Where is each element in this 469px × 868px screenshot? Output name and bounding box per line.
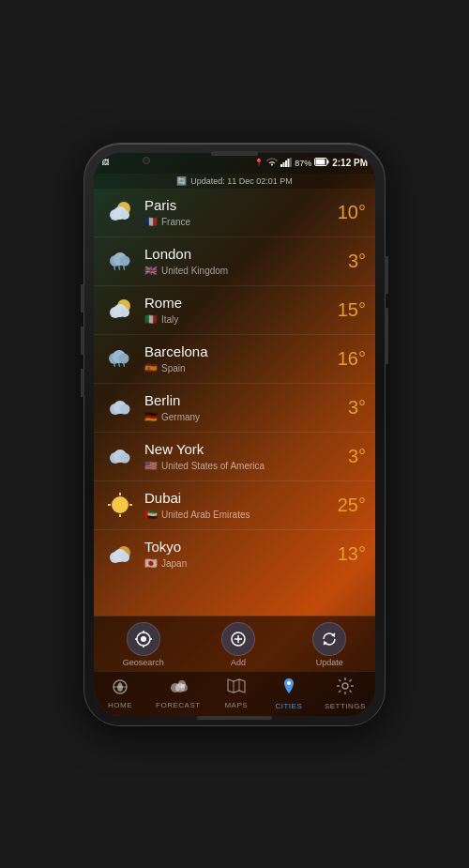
update-label: Update (316, 658, 343, 667)
signal-icon (280, 158, 292, 169)
nav-forecast[interactable]: FORECAST (152, 678, 204, 709)
svg-rect-17 (123, 266, 125, 270)
volume-down-button (385, 308, 388, 364)
wifi-icon (266, 158, 278, 169)
city-info-london: London 🇬🇧 United Kingdom (137, 246, 348, 277)
temp-dubai: 25° (338, 495, 366, 516)
city-info-rome: Rome 🇮🇹 Italy (137, 295, 338, 326)
svg-rect-0 (280, 164, 282, 167)
status-bar: 🖼 📍 (94, 153, 375, 174)
country-name-berlin: Germany (161, 412, 200, 422)
city-item-dubai[interactable]: Dubai 🇦🇪 United Arab Emirates 25° (94, 481, 375, 530)
flag-berlin: 🇩🇪 (144, 411, 158, 423)
geosearch-action[interactable]: Geosearch (123, 622, 164, 667)
geosearch-button[interactable] (127, 622, 160, 656)
city-item-london[interactable]: London 🇬🇧 United Kingdom 3° (94, 237, 375, 286)
city-info-tokyo: Tokyo 🇯🇵 Japan (137, 539, 338, 570)
cities-nav-label: CITIES (275, 702, 302, 710)
flag-tokyo: 🇯🇵 (144, 557, 158, 570)
speaker-grille (211, 151, 258, 156)
add-action[interactable]: Add (221, 622, 255, 667)
front-camera (143, 157, 150, 164)
flag-dubai: 🇦🇪 (144, 509, 158, 521)
forecast-nav-label: FORECAST (156, 701, 201, 709)
cities-icon (280, 677, 298, 700)
svg-rect-4 (290, 158, 292, 167)
weather-icon-rome (103, 293, 137, 327)
update-text: Updated: 11 Dec 02:01 PM (190, 176, 293, 186)
nav-maps[interactable]: MAPS (216, 678, 257, 709)
update-icon: 🔄 (176, 176, 187, 186)
svg-rect-16 (118, 266, 120, 270)
svg-point-44 (141, 636, 146, 642)
screenshot-icon: 🖼 (101, 159, 109, 167)
weather-icon-berlin (103, 390, 137, 424)
forecast-icon (168, 678, 189, 699)
svg-point-33 (120, 453, 130, 464)
flag-paris: 🇫🇷 (144, 216, 158, 228)
svg-point-34 (112, 496, 129, 513)
city-name-newyork: New York (144, 441, 348, 458)
weather-icon-newyork (103, 439, 137, 473)
nav-home[interactable]: HOME (99, 678, 141, 709)
city-item-berlin[interactable]: Berlin 🇩🇪 Germany 3° (94, 384, 375, 433)
temp-rome: 15° (338, 299, 366, 321)
city-country-newyork: 🇺🇸 United States of America (144, 460, 348, 472)
location-icon: 📍 (254, 159, 264, 167)
country-name-dubai: United Arab Emirates (161, 510, 250, 520)
bottom-nav: HOME FORECAST (94, 671, 375, 716)
flag-barcelona: 🇪🇸 (144, 362, 158, 374)
weather-icon-tokyo (103, 538, 137, 571)
svg-marker-60 (228, 679, 245, 693)
svg-point-59 (180, 684, 188, 692)
country-name-tokyo: Japan (161, 558, 187, 569)
city-country-barcelona: 🇪🇸 Spain (144, 362, 338, 374)
flag-rome: 🇮🇹 (144, 313, 158, 326)
nav-settings[interactable]: SETTINGS (321, 677, 370, 710)
city-country-tokyo: 🇯🇵 Japan (144, 557, 338, 570)
power-button (385, 256, 388, 294)
update-button[interactable] (312, 622, 346, 656)
city-item-barcelona[interactable]: Barcelona 🇪🇸 Spain 16° (94, 335, 375, 384)
nav-cities[interactable]: CITIES (268, 677, 310, 710)
city-name-tokyo: Tokyo (144, 539, 338, 556)
city-item-newyork[interactable]: New York 🇺🇸 United States of America 3° (94, 433, 375, 481)
svg-point-64 (342, 683, 348, 689)
svg-point-11 (120, 210, 129, 220)
phone-device: 🖼 📍 (84, 144, 385, 725)
country-name-london: United Kingdom (161, 266, 228, 276)
city-info-newyork: New York 🇺🇸 United States of America (137, 441, 348, 472)
svg-point-21 (120, 308, 129, 317)
add-button[interactable] (221, 622, 255, 656)
time-display: 2:12 PM (332, 158, 368, 168)
city-country-paris: 🇫🇷 France (144, 216, 338, 228)
home-icon (111, 678, 129, 699)
city-country-rome: 🇮🇹 Italy (144, 313, 338, 326)
svg-point-30 (120, 404, 130, 415)
city-country-london: 🇬🇧 United Kingdom (144, 265, 348, 277)
svg-rect-2 (285, 160, 287, 167)
city-list: Paris 🇫🇷 France 10° (94, 189, 375, 616)
weather-icon-london (103, 244, 137, 278)
city-info-barcelona: Barcelona 🇪🇸 Spain (137, 343, 338, 374)
country-name-rome: Italy (161, 314, 178, 325)
temp-tokyo: 13° (338, 543, 366, 565)
city-name-london: London (144, 246, 348, 263)
volume-up-button (81, 284, 84, 312)
city-name-dubai: Dubai (144, 490, 338, 507)
temp-paris: 10° (338, 202, 366, 223)
city-name-barcelona: Barcelona (144, 343, 338, 360)
country-name-barcelona: Spain (161, 363, 186, 373)
svg-rect-1 (283, 162, 285, 167)
city-info-dubai: Dubai 🇦🇪 United Arab Emirates (137, 490, 338, 521)
city-info-paris: Paris 🇫🇷 France (137, 197, 338, 228)
city-info-berlin: Berlin 🇩🇪 Germany (137, 392, 348, 423)
city-item-rome[interactable]: Rome 🇮🇹 Italy 15° (94, 286, 375, 335)
maps-nav-label: MAPS (224, 701, 248, 709)
city-item-paris[interactable]: Paris 🇫🇷 France 10° (94, 189, 375, 237)
update-action[interactable]: Update (312, 622, 346, 667)
temp-barcelona: 16° (338, 348, 366, 370)
settings-nav-label: SETTINGS (325, 702, 366, 710)
city-name-paris: Paris (144, 197, 338, 214)
city-item-tokyo[interactable]: Tokyo 🇯🇵 Japan 13° (94, 530, 375, 579)
